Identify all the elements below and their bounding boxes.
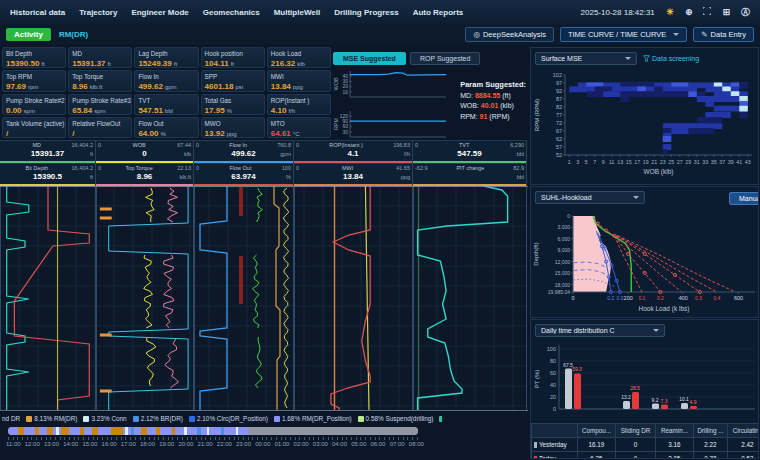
curve-header[interactable]: 0ROP(Instant )196.83 4.1f/h [294, 140, 412, 163]
timeline-segment [18, 427, 24, 435]
timeline-segment [111, 427, 123, 435]
timeline-segment [56, 427, 58, 435]
reading-value: 97.69rpm [6, 82, 62, 91]
reading-card: SPP 4601.18psi [201, 70, 265, 91]
reading-card: Tank Volume (active) / [2, 117, 66, 138]
reading-value: 15249.39ft [138, 59, 194, 68]
reading-label: Pump Stroke Rate#3 [72, 97, 128, 104]
svg-text:92: 92 [556, 88, 562, 94]
curve-header[interactable]: 0WOB67.44 0klb [96, 140, 193, 163]
daily-distribution-select[interactable]: Daily time distribution C [535, 324, 665, 337]
deepseek-analysis-button[interactable]: ◎DeepSeekAnalysis [465, 27, 554, 42]
nav-item-drilling-progress[interactable]: Drilling Progress [334, 8, 398, 17]
well-log-plot [0, 186, 528, 411]
nav-item-auto-reports[interactable]: Auto Reports [413, 8, 464, 17]
svg-text:11: 11 [609, 159, 615, 165]
reading-label: MD [72, 50, 128, 57]
reading-label: Top RPM [6, 73, 62, 80]
legend-swatch [26, 416, 32, 422]
data-screening-link[interactable]: Data screening [643, 55, 699, 62]
account-icon[interactable]: Ⓐ [741, 8, 750, 17]
curve-header[interactable]: Bit Depth16,404.2 15390.5ft [0, 163, 95, 186]
timeline-segment [131, 427, 134, 435]
reading-label: Lag Depth [138, 50, 194, 57]
svg-text:17: 17 [634, 159, 640, 165]
reading-card: Total Gas 17.95% [201, 94, 265, 115]
activity-tab[interactable]: Activity [6, 28, 51, 41]
rop-suggested-button[interactable]: ROP Suggested [410, 52, 480, 65]
daily-cell: 0 [616, 438, 656, 452]
svg-text:35: 35 [711, 159, 717, 165]
rpm-mini-chart: 120906030RPM [333, 107, 451, 143]
apps-grid-icon[interactable]: ⊞ [722, 8, 730, 17]
legend-item[interactable]: 0.58% Suspend(drilling) [358, 415, 434, 422]
svg-text:62: 62 [556, 136, 562, 142]
nav-item-geomechanics[interactable]: Geomechanics [203, 8, 260, 17]
timeline-segment [92, 427, 98, 435]
daily-row: Today6.3503.050.780.530 [532, 452, 760, 460]
drilling-dashboard: Historical dataTrajectoryEngineer ModeGe… [0, 0, 760, 460]
tab-rm-dr[interactable]: RM(DR) [59, 30, 88, 39]
nav-item-historical-data[interactable]: Historical data [10, 8, 65, 17]
nav-item-trajectory[interactable]: Trajectory [79, 8, 117, 17]
surface-mse-select[interactable]: Surface MSE [535, 52, 637, 65]
daily-cell: 0 [616, 452, 656, 460]
legend-item[interactable]: 2.10% Circ(DR_Position) [189, 415, 268, 422]
track-header: 0TVT6,290 547.59bbl -62.9PIT change82.9 … [413, 140, 527, 186]
reading-label: Flow In [138, 73, 194, 80]
curve-header[interactable]: 0TVT6,290 547.59bbl [413, 140, 526, 163]
fullscreen-icon[interactable] [703, 7, 711, 17]
legend-item[interactable]: 8.13% RM(DR) [26, 415, 77, 422]
curve-header[interactable]: 0Flow In760.8 499.62gpm [194, 140, 293, 163]
suhl-hookload-panel: SUHL-Hookload Manual 03,0006,0009,00012,… [530, 186, 759, 318]
reading-value: 13.84ppg [271, 82, 327, 91]
activity-timeline-bar[interactable] [8, 427, 418, 435]
time-curve-select[interactable]: TIME CURVE / TIME CURVE [560, 27, 687, 42]
legend-item[interactable]: 2.12% BR(DR) [133, 415, 183, 422]
svg-text:43: 43 [745, 159, 751, 165]
nav-item-engineer-mode[interactable]: Engineer Mode [131, 8, 188, 17]
svg-text:57: 57 [556, 144, 562, 150]
legend-item[interactable]: nd DR [2, 415, 20, 422]
svg-text:80: 80 [550, 358, 556, 364]
nav-item-multiplewell[interactable]: MultipleWell [274, 8, 321, 17]
suhl-select[interactable]: SUHL-Hookload [535, 191, 645, 204]
curve-header[interactable]: MD16,404.2 15391.37ft [0, 140, 95, 163]
svg-text:WOB (klb): WOB (klb) [644, 168, 674, 176]
time-label: 02:00 [294, 441, 309, 447]
reading-label: Pump Stroke Rate#2 [6, 97, 62, 104]
svg-text:23: 23 [660, 159, 666, 165]
curve-header[interactable]: 0Top Torque22.13 8.96klb.ft [96, 163, 193, 186]
time-label: 14:00 [63, 441, 78, 447]
svg-text:60: 60 [550, 370, 556, 376]
curve-header[interactable]: -62.9PIT change82.9 bbl [413, 163, 526, 186]
svg-text:52: 52 [556, 152, 562, 158]
data-entry-button[interactable]: ✎Data Entry [693, 27, 754, 42]
mse-suggested-button[interactable]: MSE Suggested [333, 52, 406, 65]
curve-header[interactable]: 0Flow Out100 63.974% [194, 163, 293, 186]
reading-label: Tank Volume (active) [6, 120, 62, 127]
time-label: 16:00 [102, 441, 117, 447]
legend-item[interactable]: 0.10% P/U [439, 415, 442, 422]
timeline-labels: 11:0012:0013:0014:0015:0016:0017:0018:00… [6, 441, 424, 447]
time-label: 05:00 [351, 441, 366, 447]
reading-label: Total Gas [205, 97, 261, 104]
reading-label: Hook Load [271, 50, 327, 57]
timeline-segment [248, 427, 418, 435]
svg-text:0.3: 0.3 [695, 295, 702, 301]
globe-icon[interactable]: ⊕ [685, 8, 693, 17]
manual-button[interactable]: Manual [729, 192, 759, 205]
curve-header[interactable]: 0MWI41.65 13.84ppg [294, 163, 412, 186]
svg-text:0.1: 0.1 [638, 295, 645, 301]
svg-text:RPM (RPM): RPM (RPM) [534, 99, 540, 131]
wob-mini-chart: 40302010WOB [333, 67, 451, 103]
reading-label: SPP [205, 73, 261, 80]
legend-item[interactable]: 3.23% Conn [83, 415, 126, 422]
sub-toolbar: Activity RM(DR) ◎DeepSeekAnalysis TIME C… [0, 24, 760, 45]
svg-text:15: 15 [626, 159, 632, 165]
deepseek-icon: ◎ [473, 30, 480, 39]
reading-card: MD 15391.37ft [68, 47, 132, 68]
theme-sun-icon[interactable]: ☀ [666, 8, 674, 17]
reading-label: TVT [138, 97, 194, 104]
legend-item[interactable]: 1.68% RM(DR_Position) [274, 415, 352, 422]
